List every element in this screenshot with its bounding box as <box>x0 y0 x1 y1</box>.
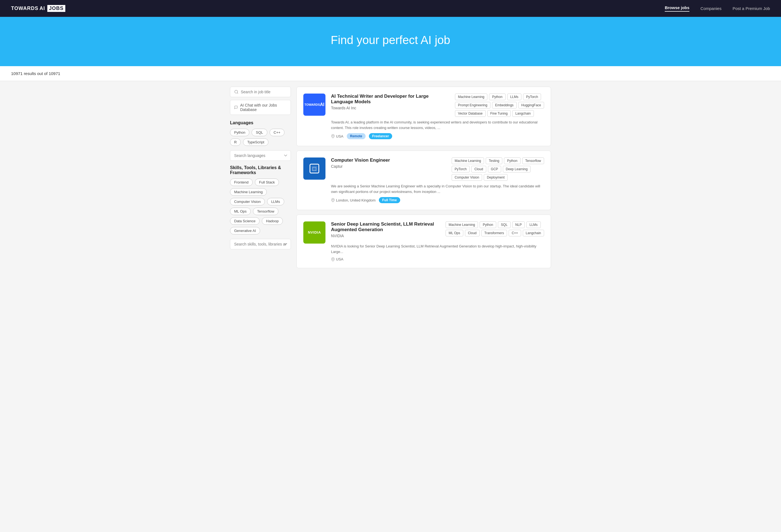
job-tag[interactable]: SQL <box>498 221 510 228</box>
job-title-2[interactable]: Computer Vision Engineer <box>331 158 447 163</box>
chat-icon <box>234 105 238 110</box>
language-search-dropdown[interactable]: Search languages <box>230 150 291 161</box>
navbar: TOWARDS AI JOBS Browse jobs Companies Po… <box>0 0 781 16</box>
job-header-2: Computer Vision Engineer Captur Machine … <box>331 158 544 181</box>
svg-point-2 <box>332 135 333 136</box>
job-tag[interactable]: C++ <box>509 230 521 236</box>
skills-search-dropdown[interactable]: Search skills, tools, libraries and... <box>230 239 291 249</box>
svg-point-0 <box>235 90 238 93</box>
job-tag[interactable]: Machine Learning <box>452 158 484 164</box>
job-tag[interactable]: ML Ops <box>446 230 463 236</box>
job-location-1: USA <box>331 134 343 138</box>
job-tag[interactable]: Fine Tuning <box>487 110 511 117</box>
job-tag[interactable]: Python <box>489 93 505 100</box>
job-tag[interactable]: Transformers <box>481 230 507 236</box>
pin-icon <box>331 257 335 261</box>
job-tag[interactable]: Prompt Engineering <box>455 102 490 109</box>
job-title-3[interactable]: Senior Deep Learning Scientist, LLM Retr… <box>331 221 441 233</box>
badge-fulltime[interactable]: Full Time <box>379 197 400 203</box>
skill-tag-genai[interactable]: Generative AI <box>230 227 260 235</box>
job-header-1: AI Technical Writer and Developer for La… <box>331 93 544 117</box>
nav-post-job[interactable]: Post a Premium Job <box>733 6 770 11</box>
skill-tag-datascience[interactable]: Data Science <box>230 217 259 225</box>
logo-jobs: JOBS <box>47 5 65 12</box>
company-name-1: Towards AI Inc <box>331 106 451 110</box>
company-name-3: NVIDIA <box>331 234 441 238</box>
skill-tag-frontend[interactable]: Frontend <box>230 178 253 186</box>
job-tag[interactable]: Langchain <box>523 230 544 236</box>
nav-browse-jobs[interactable]: Browse jobs <box>665 5 689 12</box>
job-tag[interactable]: PyTorch <box>452 166 470 172</box>
badge-freelancer[interactable]: Freelancer <box>369 133 393 139</box>
job-tag[interactable]: Cloud <box>471 166 486 172</box>
job-tag[interactable]: PyTorch <box>523 93 541 100</box>
job-tag[interactable]: Deep Learning <box>503 166 531 172</box>
job-tag[interactable]: Machine Learning <box>455 93 487 100</box>
results-count: 10971 results out of 10971 <box>11 71 60 76</box>
job-tag[interactable]: GCP <box>488 166 501 172</box>
ai-chat-box[interactable]: AI Chat with our Jobs Database <box>230 100 291 115</box>
lang-tag-sql[interactable]: SQL <box>252 129 267 136</box>
job-location-2: London, United Kingdom <box>331 198 376 202</box>
skills-section-title: Skills, Tools, Libraries & Frameworks <box>230 165 291 175</box>
language-tags: Python SQL C++ R TypeScript <box>230 129 291 146</box>
company-logo-1: TOWARDS AI <box>303 93 325 116</box>
job-tag[interactable]: Deployment <box>484 174 507 181</box>
job-tag[interactable]: Python <box>504 158 520 164</box>
job-tag[interactable]: LLMs <box>507 93 522 100</box>
company-name-2: Captur <box>331 164 447 169</box>
ai-chat-label: AI Chat with our Jobs Database <box>240 103 287 112</box>
skill-tag-mlops[interactable]: ML Ops <box>230 208 251 215</box>
svg-point-7 <box>332 258 333 260</box>
sidebar: AI Chat with our Jobs Database Languages… <box>230 87 296 268</box>
skill-tag-cv[interactable]: Computer Vision <box>230 198 265 205</box>
job-title-area-2: Computer Vision Engineer Captur <box>331 158 447 181</box>
svg-text:□: □ <box>313 165 316 172</box>
job-tag[interactable]: Cloud <box>465 230 480 236</box>
job-tags-2: Machine Learning Testing Python Tensorfl… <box>452 158 544 181</box>
skill-tag-llms[interactable]: LLMs <box>267 198 284 205</box>
job-header-3: Senior Deep Learning Scientist, LLM Retr… <box>331 221 544 241</box>
job-tag[interactable]: Vector Database <box>455 110 486 117</box>
logo-towards: TOWARDS <box>11 5 38 11</box>
nav-links: Browse jobs Companies Post a Premium Job <box>665 5 770 12</box>
skill-tag-tensorflow[interactable]: Tensorflow <box>253 208 278 215</box>
skill-tag-hadoop[interactable]: Hadoop <box>262 217 283 225</box>
lang-tag-r[interactable]: R <box>230 138 241 146</box>
job-tag[interactable]: Langchain <box>512 110 534 117</box>
pin-icon <box>331 198 335 202</box>
hero-section: Find your perfect AI job <box>0 17 781 66</box>
main-layout: AI Chat with our Jobs Database Languages… <box>224 81 557 274</box>
job-tag[interactable]: Machine Learning <box>446 221 478 228</box>
skill-tags: Frontend Full Stack Machine Learning Com… <box>230 178 291 235</box>
job-tag[interactable]: Testing <box>486 158 502 164</box>
job-title-area-3: Senior Deep Learning Scientist, LLM Retr… <box>331 221 441 241</box>
job-title-area-1: AI Technical Writer and Developer for La… <box>331 93 451 117</box>
job-tag[interactable]: Python <box>480 221 496 228</box>
job-title-1[interactable]: AI Technical Writer and Developer for La… <box>331 93 451 105</box>
skill-tag-fullstack[interactable]: Full Stack <box>255 178 279 186</box>
lang-tag-python[interactable]: Python <box>230 129 249 136</box>
job-footer-2: London, United Kingdom Full Time <box>331 197 544 203</box>
badge-remote[interactable]: Remote <box>347 133 366 139</box>
job-content-3: Senior Deep Learning Scientist, LLM Retr… <box>331 221 544 261</box>
search-icon <box>234 90 239 94</box>
lang-tag-typescript[interactable]: TypeScript <box>243 138 268 146</box>
job-tag[interactable]: Embeddings <box>492 102 517 109</box>
job-tag[interactable]: Computer Vision <box>452 174 482 181</box>
svg-line-1 <box>237 93 238 93</box>
job-tag[interactable]: HuggingFace <box>518 102 544 109</box>
job-tags-1: Machine Learning Python LLMs PyTorch Pro… <box>455 93 544 117</box>
job-tag[interactable]: NLP <box>512 221 525 228</box>
hero-title: Find your perfect AI job <box>5 34 776 47</box>
nav-companies[interactable]: Companies <box>700 6 722 11</box>
company-logo-2: □ <box>303 158 325 180</box>
job-tag[interactable]: LLMs <box>526 221 540 228</box>
job-footer-3: USA <box>331 257 544 261</box>
svg-point-6 <box>332 199 333 200</box>
job-title-search-box[interactable] <box>230 87 291 97</box>
skill-tag-ml[interactable]: Machine Learning <box>230 188 267 196</box>
search-input[interactable] <box>241 90 287 94</box>
lang-tag-cpp[interactable]: C++ <box>270 129 285 136</box>
job-tag[interactable]: Tensorflow <box>522 158 544 164</box>
